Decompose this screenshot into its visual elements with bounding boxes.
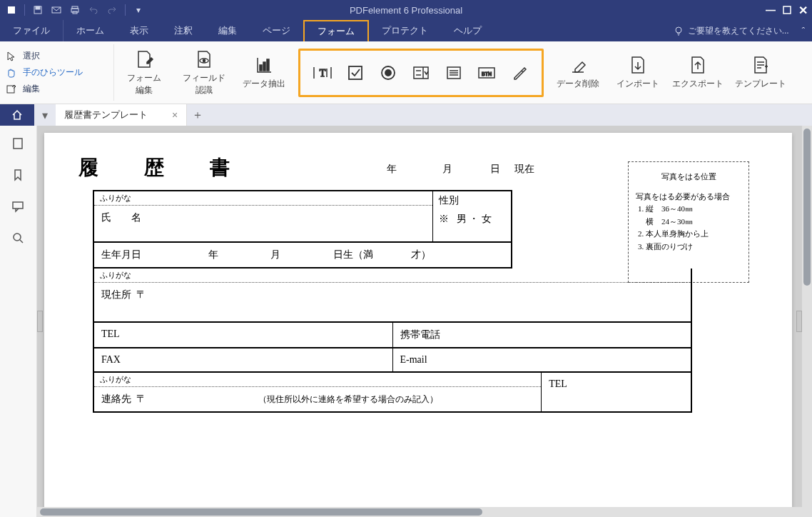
svg-point-8 [676, 27, 681, 33]
bulb-icon [674, 26, 684, 36]
title-bar: ▾ PDFelement 6 Professional — ✕ [0, 0, 812, 20]
print-icon[interactable] [69, 4, 81, 16]
svg-text:T: T [320, 68, 326, 79]
home-icon [11, 109, 24, 121]
right-pane-handle[interactable] [796, 311, 802, 332]
redo-icon[interactable] [106, 4, 118, 16]
contact-field: 連絡先 〒 （現住所以外に連絡を希望する場合のみ記入） [94, 387, 541, 411]
workspace: 履 歴 書 年 月 日 現在 写真をはる位置 写真をはる必要がある場合 縦 36… [0, 126, 812, 517]
birth-field: 生年月日 年 月 日生（満 才） [94, 243, 511, 267]
app-title: PDFelement 6 Professional [350, 5, 462, 16]
mobile-field: 携帯電話 [392, 323, 691, 347]
mail-icon[interactable] [51, 4, 62, 16]
eraser-icon [568, 55, 588, 75]
svg-point-11 [203, 59, 205, 61]
tab-dropdown[interactable]: ▾ [34, 104, 56, 126]
vertical-scrollbar[interactable] [802, 126, 812, 517]
svg-rect-24 [13, 202, 23, 209]
tab-strip: ▾ 履歴書テンプレート × ＋ [0, 104, 812, 126]
menu-note[interactable]: 注釈 [161, 20, 205, 41]
svg-rect-23 [14, 139, 22, 149]
cursor-icon [6, 51, 17, 62]
edit-tool-button[interactable]: 編集 [6, 81, 108, 96]
svg-rect-0 [8, 6, 15, 14]
hand-tool-button[interactable]: 手のひらツール [6, 65, 108, 80]
svg-rect-13 [263, 62, 265, 71]
field-recognition-button[interactable]: フィールド 認識 [174, 41, 234, 104]
document-tab[interactable]: 履歴書テンプレート × [56, 104, 187, 126]
svg-rect-12 [260, 65, 262, 71]
svg-point-25 [14, 234, 21, 241]
feedback-link[interactable]: ご要望を教えてください... [674, 25, 802, 37]
menu-page[interactable]: ページ [250, 20, 303, 41]
template-icon [751, 55, 771, 75]
address-field: 現住所 〒 [94, 283, 691, 321]
ribbon-collapse-button[interactable]: ˆ [802, 26, 812, 36]
fax-field: FAX [94, 348, 392, 371]
qat-dropdown-icon[interactable]: ▾ [133, 4, 144, 16]
document-page: 履 歴 書 年 月 日 現在 写真をはる位置 写真をはる必要がある場合 縦 36… [44, 133, 792, 517]
document-tab-label: 履歴書テンプレート [64, 109, 148, 121]
search-panel-button[interactable] [11, 231, 26, 246]
menu-home[interactable]: ホーム [64, 20, 117, 41]
comments-panel-button[interactable] [11, 200, 26, 214]
email-field: E-mail [392, 348, 691, 371]
close-button[interactable]: ✕ [798, 4, 808, 17]
svg-point-18 [385, 70, 391, 76]
data-delete-button[interactable]: データ削除 [548, 41, 608, 104]
chart-icon [254, 55, 274, 75]
tel2-field: TEL [542, 373, 691, 396]
list-box-tool[interactable] [443, 62, 465, 84]
hand-icon [6, 67, 17, 79]
left-pane-handle[interactable] [37, 311, 43, 332]
export-button[interactable]: エクスポート [668, 41, 728, 104]
svg-rect-9 [7, 86, 14, 93]
form-edit-button[interactable]: フォーム 編集 [114, 41, 174, 104]
menu-help[interactable]: ヘルプ [441, 20, 494, 41]
save-icon[interactable] [32, 4, 44, 16]
horizontal-scrollbar[interactable] [37, 507, 802, 517]
svg-rect-2 [36, 6, 40, 9]
signature-tool[interactable] [509, 62, 530, 84]
new-tab-button[interactable]: ＋ [187, 104, 208, 126]
resume-form: ふりがな 氏 名 性別 ※ 男 ・ [93, 190, 692, 413]
form-field-tools: T BTN [298, 49, 544, 97]
thumbnails-panel-button[interactable] [11, 137, 26, 151]
svg-rect-14 [267, 59, 269, 71]
form-edit-icon [134, 49, 154, 69]
bookmarks-panel-button[interactable] [11, 169, 26, 183]
home-tab-button[interactable] [0, 104, 34, 126]
sidebar [0, 126, 37, 517]
data-extract-button[interactable]: データ抽出 [234, 41, 294, 104]
select-tool-button[interactable]: 選択 [6, 49, 108, 64]
date-line: 年 月 日 現在 [344, 163, 534, 176]
menu-bar: ファイル ホーム 表示 注釈 編集 ページ フォーム プロテクト ヘルプ ご要望… [0, 20, 812, 41]
export-icon [688, 55, 708, 75]
svg-text:BTN: BTN [482, 71, 492, 76]
close-tab-button[interactable]: × [172, 109, 178, 121]
menu-edit[interactable]: 編集 [205, 20, 250, 41]
button-tool[interactable]: BTN [476, 62, 497, 84]
menu-file[interactable]: ファイル [0, 20, 64, 41]
menu-form[interactable]: フォーム [303, 20, 369, 41]
app-icon [6, 4, 17, 16]
combo-box-tool[interactable] [410, 62, 432, 84]
checkbox-tool[interactable] [345, 62, 366, 84]
name-field: 氏 名 [94, 206, 432, 241]
svg-rect-16 [349, 66, 362, 79]
text-field-tool[interactable]: T [312, 62, 333, 84]
eye-doc-icon [194, 49, 214, 69]
tel-field: TEL [94, 323, 392, 347]
radio-tool[interactable] [377, 62, 399, 84]
maximize-button[interactable] [783, 6, 791, 14]
menu-view[interactable]: 表示 [117, 20, 161, 41]
template-button[interactable]: テンプレート [728, 41, 793, 104]
minimize-button[interactable]: — [766, 4, 776, 16]
import-icon [628, 55, 648, 75]
ribbon: 選択 手のひらツール 編集 フォーム 編集 フィールド 認識 データ抽出 T [0, 41, 812, 104]
undo-icon[interactable] [88, 4, 99, 16]
menu-protect[interactable]: プロテクト [369, 20, 441, 41]
pencil-icon [6, 84, 17, 95]
import-button[interactable]: インポート [608, 41, 668, 104]
document-canvas[interactable]: 履 歴 書 年 月 日 現在 写真をはる位置 写真をはる必要がある場合 縦 36… [37, 126, 812, 517]
